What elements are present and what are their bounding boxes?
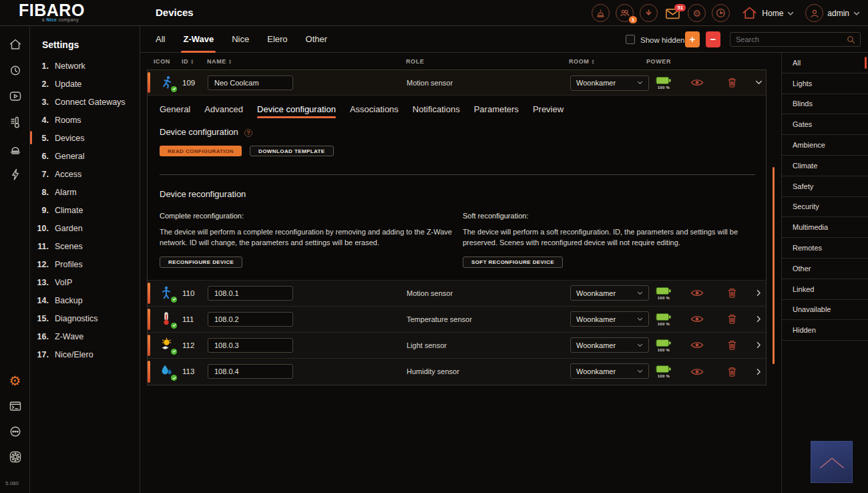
table-row-109[interactable]: 109 Motion sensor Woonkamer 100 % (148, 70, 766, 96)
sidebar-item-network[interactable]: 1.Network (30, 57, 140, 75)
expand-chevron-icon[interactable] (750, 307, 767, 332)
sidebar-item-rooms[interactable]: 4.Rooms (30, 111, 140, 129)
delete-trash-icon[interactable] (723, 359, 740, 385)
sidebar-item-connect-gateways[interactable]: 3.Connect Gateways (30, 93, 140, 111)
room-select[interactable]: Woonkamer (570, 363, 649, 379)
messages-icon[interactable]: 51 (665, 7, 680, 19)
clock-icon[interactable] (8, 63, 23, 77)
download-template-button[interactable]: DOWNLOAD TEMPLATE (250, 146, 334, 156)
console-icon[interactable] (8, 399, 23, 414)
user-menu[interactable]: admin (805, 4, 860, 22)
home-selector[interactable]: Home (741, 5, 794, 21)
read-configuration-button[interactable]: READ CONFIGURATION (160, 146, 242, 156)
show-hidden-checkbox[interactable] (626, 35, 635, 44)
filter-gates[interactable]: Gates (782, 114, 868, 135)
room-select[interactable]: Woonkamer (570, 311, 649, 327)
filter-remotes[interactable]: Remotes (782, 238, 868, 259)
filter-linked[interactable]: Linked (782, 279, 868, 300)
siren-icon[interactable] (592, 4, 610, 22)
sidebar-item-update[interactable]: 2.Update (30, 75, 140, 93)
clock-icon[interactable] (712, 4, 730, 22)
tab-associations[interactable]: Associations (350, 102, 399, 116)
vertical-scrollbar[interactable] (773, 167, 775, 364)
table-row-113[interactable]: 113 Humidity sensor Woonkamer 100 % (148, 359, 766, 385)
sidebar-item-devices[interactable]: 5.Devices (30, 129, 140, 147)
filter-unavailable[interactable]: Unavailable (782, 300, 868, 321)
room-select[interactable]: Woonkamer (570, 337, 649, 353)
filter-lights[interactable]: Lights (782, 73, 868, 94)
filter-security[interactable]: Security (782, 197, 868, 218)
home-icon[interactable] (8, 37, 23, 51)
tab-all[interactable]: All (156, 26, 165, 53)
column-id[interactable]: ID▲▼ (182, 58, 194, 65)
soft-reconfigure-device-button[interactable]: SOFT RECONFIGURE DEVICE (463, 257, 563, 268)
tab-preview[interactable]: Preview (533, 102, 564, 116)
sidebar-item-nice-elero[interactable]: 17.Nice/Elero (30, 345, 140, 363)
reconfigure-device-button[interactable]: RECONFIGURE DEVICE (160, 257, 242, 268)
delete-trash-icon[interactable] (723, 333, 740, 358)
remove-device-button[interactable]: − (706, 31, 720, 47)
alarm-icon[interactable] (8, 141, 23, 156)
visibility-eye-icon[interactable] (688, 70, 706, 95)
collapse-chevron-icon[interactable] (750, 70, 767, 95)
sidebar-item-scenes[interactable]: 11.Scenes (30, 237, 140, 255)
users-icon[interactable]: 1 (616, 4, 634, 22)
tab-nice[interactable]: Nice (232, 26, 249, 53)
tab-zwave[interactable]: Z-Wave (183, 26, 214, 53)
visibility-eye-icon[interactable] (688, 359, 706, 385)
intercom-icon[interactable] (640, 4, 658, 22)
filter-climate[interactable]: Climate (782, 156, 868, 176)
expand-chevron-icon[interactable] (750, 333, 767, 358)
search-input[interactable] (730, 35, 847, 43)
tab-elero[interactable]: Elero (267, 26, 287, 53)
filter-all[interactable]: All (782, 53, 868, 73)
filter-other[interactable]: Other (782, 259, 868, 279)
filter-safety[interactable]: Safety (782, 176, 868, 197)
sidebar-item-general[interactable]: 6.General (30, 147, 140, 165)
fibaro-logo[interactable]: FIBARO a Nice company (19, 2, 79, 22)
tab-notifications[interactable]: Notifications (413, 102, 460, 116)
delete-trash-icon[interactable] (723, 281, 740, 306)
sidebar-item-garden[interactable]: 10.Garden (30, 219, 140, 237)
add-device-button[interactable]: + (685, 31, 700, 47)
visibility-eye-icon[interactable] (688, 333, 706, 358)
filter-hidden[interactable]: Hidden (782, 320, 868, 341)
climate-icon[interactable] (8, 115, 23, 130)
room-select[interactable]: Woonkamer (570, 285, 649, 301)
room-select[interactable]: Woonkamer (570, 75, 649, 91)
tab-general[interactable]: General (160, 102, 190, 116)
column-room[interactable]: ROOM▲▼ (569, 58, 595, 65)
tab-advanced[interactable]: Advanced (204, 102, 243, 116)
device-name-input[interactable] (208, 286, 293, 301)
sidebar-item-profiles[interactable]: 12.Profiles (30, 255, 140, 273)
sidebar-item-diagnostics[interactable]: 15.Diagnostics (30, 309, 140, 327)
sidebar-item-voip[interactable]: 13.VoIP (30, 273, 140, 291)
device-name-input[interactable] (208, 338, 293, 353)
network-icon[interactable] (8, 424, 23, 439)
delete-trash-icon[interactable] (723, 70, 740, 95)
sidebar-item-climate[interactable]: 9.Climate (30, 201, 140, 219)
sidebar-item-alarm[interactable]: 8.Alarm (30, 183, 140, 201)
integrations-icon[interactable] (8, 450, 23, 464)
visibility-eye-icon[interactable] (688, 307, 706, 332)
media-icon[interactable] (8, 89, 23, 104)
sidebar-item-backup[interactable]: 14.Backup (30, 291, 140, 309)
tab-parameters[interactable]: Parameters (474, 102, 519, 116)
device-name-input[interactable] (208, 364, 293, 379)
sidebar-item-zwave[interactable]: 16.Z-Wave (30, 327, 140, 345)
table-row-110[interactable]: 110 Motion sensor Woonkamer 100 % (148, 281, 766, 307)
help-icon[interactable]: ? (244, 129, 252, 137)
device-name-input[interactable] (208, 75, 293, 90)
settings-gear-icon[interactable]: ⚙ (8, 373, 23, 388)
settings-icon[interactable]: ⚙ (688, 4, 706, 22)
table-row-111[interactable]: 111 Temperature sensor Woonkamer 100 % (148, 307, 766, 333)
scroll-to-top-button[interactable] (811, 441, 853, 483)
expand-chevron-icon[interactable] (750, 359, 767, 385)
show-hidden-label[interactable]: Show hidden (640, 36, 685, 44)
tab-other[interactable]: Other (306, 26, 328, 53)
column-name[interactable]: NAME▲▼ (207, 58, 232, 65)
power-icon[interactable] (8, 167, 23, 182)
device-name-input[interactable] (208, 312, 293, 327)
table-row-112[interactable]: 112 Light sensor Woonkamer 100 % (148, 333, 766, 359)
sidebar-item-access[interactable]: 7.Access (30, 165, 140, 183)
